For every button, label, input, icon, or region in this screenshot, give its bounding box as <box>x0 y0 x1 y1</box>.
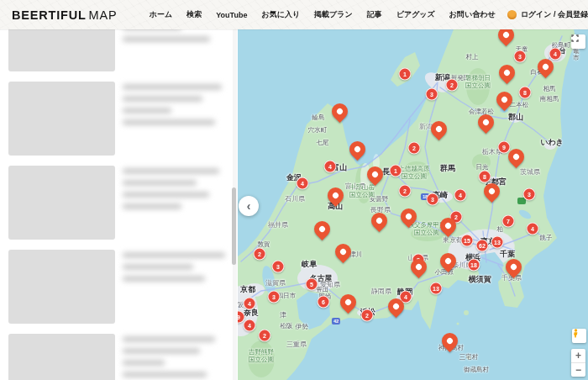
listing-photo <box>8 29 115 71</box>
nav-item-検索[interactable]: 検索 <box>186 9 202 20</box>
cluster-marker[interactable]: 5 <box>306 278 318 291</box>
text-line-blur <box>123 252 225 258</box>
cluster-marker[interactable]: 4 <box>244 319 256 332</box>
list-item[interactable] <box>0 29 228 77</box>
cluster-marker[interactable]: 9 <box>498 141 511 154</box>
street-view-pegman-button[interactable] <box>572 329 586 343</box>
cluster-marker[interactable]: 4 <box>297 177 309 190</box>
map-base <box>238 29 588 380</box>
cluster-marker[interactable]: 3 <box>514 50 527 63</box>
cluster-marker[interactable]: 2 <box>254 248 266 261</box>
list-item[interactable] <box>0 245 228 329</box>
listing-photo <box>8 166 115 240</box>
zoom-in-button[interactable]: + <box>571 349 585 363</box>
listing-text <box>123 166 228 240</box>
sidebar-scrollbar[interactable] <box>233 29 237 380</box>
zoom-out-button[interactable]: − <box>571 363 585 377</box>
text-line-blur <box>123 180 197 186</box>
chevron-left-icon: ‹ <box>247 200 251 212</box>
cluster-marker[interactable]: 2 <box>446 79 459 92</box>
logo-secondary: MAP <box>89 8 118 22</box>
cluster-marker[interactable]: 4 <box>454 189 467 202</box>
cluster-marker[interactable]: 8 <box>479 171 491 183</box>
text-line-blur <box>123 276 205 282</box>
cluster-marker[interactable]: 2 <box>259 330 271 342</box>
fullscreen-icon <box>571 34 579 42</box>
listing-text <box>123 29 228 71</box>
text-line-blur <box>123 29 181 30</box>
text-line-blur <box>123 96 202 102</box>
cluster-marker[interactable]: 3 <box>268 291 281 303</box>
nav-item-お問い合わせ[interactable]: お問い合わせ <box>449 9 496 20</box>
listing-photo <box>8 334 115 380</box>
user-icon <box>507 10 517 19</box>
cluster-marker[interactable]: 2 <box>361 309 374 322</box>
scrollbar-thumb[interactable] <box>232 187 236 265</box>
results-list <box>0 29 228 380</box>
cluster-marker[interactable]: 3 <box>427 193 439 206</box>
cluster-marker[interactable]: 3 <box>523 188 536 201</box>
cluster-marker[interactable]: 2 <box>399 185 412 198</box>
cluster-marker[interactable]: 18 <box>468 259 480 272</box>
fullscreen-button[interactable] <box>571 34 585 49</box>
text-line-blur <box>123 84 222 90</box>
text-line-blur <box>123 203 181 209</box>
listing-text <box>123 334 228 380</box>
listing-text <box>123 250 228 324</box>
text-line-blur <box>123 360 165 366</box>
cluster-marker[interactable]: 7 <box>502 215 515 228</box>
beertiful-map-app: BEERTIFULMAP ホーム検索YouTubeお気に入り掲載プラン記事ビアグ… <box>0 0 588 380</box>
nav-item-記事[interactable]: 記事 <box>367 9 382 20</box>
nav-item-ビアグッズ[interactable]: ビアグッズ <box>396 9 435 20</box>
text-line-blur <box>123 336 215 342</box>
list-item[interactable] <box>0 161 228 245</box>
cluster-marker[interactable]: 13 <box>430 282 443 295</box>
listing-text <box>123 82 228 156</box>
cluster-marker[interactable]: 4 <box>549 48 562 61</box>
nav-item-ホーム[interactable]: ホーム <box>150 9 172 20</box>
zoom-control: + − <box>571 349 585 377</box>
login-button[interactable]: ログイン / 会員登録 <box>507 9 588 20</box>
listing-photo <box>8 250 115 324</box>
cluster-marker[interactable]: 3 <box>272 261 285 273</box>
cluster-marker[interactable]: 3 <box>426 88 438 101</box>
text-line-blur <box>123 168 219 174</box>
nav: ホーム検索YouTubeお気に入り掲載プラン記事ビアグッズお問い合わせ <box>150 9 496 20</box>
cluster-marker[interactable]: 6 <box>318 296 330 309</box>
cluster-marker[interactable]: 1 <box>390 165 402 177</box>
text-line-blur <box>123 372 207 377</box>
cluster-marker[interactable]: 8 <box>519 87 532 99</box>
cluster-marker[interactable]: 4 <box>527 223 539 235</box>
results-sidebar <box>0 29 238 380</box>
cluster-marker[interactable]: 4 <box>324 161 337 173</box>
cluster-marker[interactable]: 2 <box>408 142 421 155</box>
text-line-blur <box>123 264 193 270</box>
text-line-blur <box>123 108 171 113</box>
logo-primary: BEERTIFUL <box>12 8 87 22</box>
road-shield: 42 <box>332 318 340 325</box>
cluster-marker[interactable]: 62 <box>476 240 489 252</box>
list-item[interactable] <box>0 77 228 161</box>
cluster-marker[interactable]: 4 <box>244 298 256 310</box>
map-canvas[interactable]: 新潟仙台金沢富山東京横浜千葉名古屋京都静岡浜松高崎宇都宮郡山いわき高山長野群馬横… <box>238 29 588 380</box>
text-line-blur <box>123 192 209 198</box>
text-line-blur <box>123 119 215 125</box>
nav-item-YouTube[interactable]: YouTube <box>216 11 247 19</box>
cluster-marker[interactable]: 1 <box>399 68 412 81</box>
login-label: ログイン / 会員登録 <box>521 9 588 20</box>
cluster-marker[interactable]: 15 <box>461 235 474 247</box>
nav-item-掲載プラン[interactable]: 掲載プラン <box>314 9 353 20</box>
sidebar-collapse-button[interactable]: ‹ <box>239 196 259 216</box>
text-line-blur <box>123 36 210 42</box>
text-line-blur <box>123 348 200 354</box>
list-item[interactable] <box>0 329 228 380</box>
listing-photo <box>8 82 115 156</box>
header: BEERTIFULMAP ホーム検索YouTubeお気に入り掲載プラン記事ビアグ… <box>0 0 588 29</box>
pegman-icon <box>572 329 580 338</box>
site-logo[interactable]: BEERTIFULMAP <box>12 8 117 22</box>
cluster-marker[interactable]: 13 <box>491 236 504 249</box>
nav-item-お気に入り[interactable]: お気に入り <box>261 9 300 20</box>
